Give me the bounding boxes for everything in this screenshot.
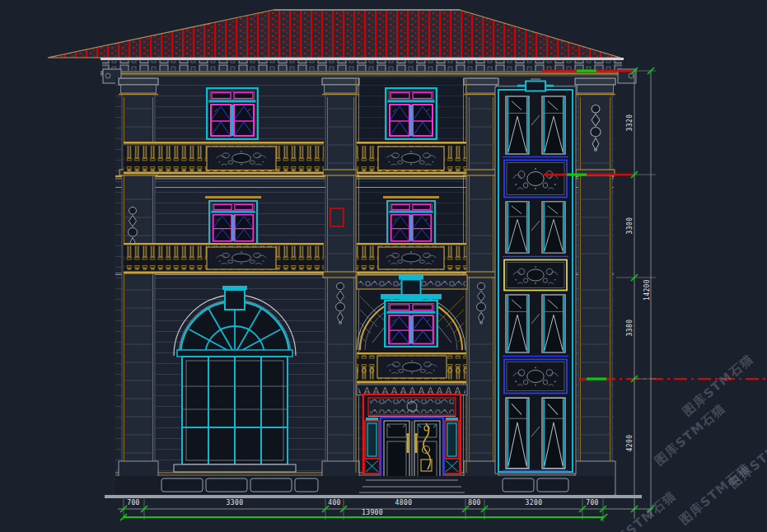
tower-panel-blue	[504, 161, 567, 198]
tower	[495, 79, 576, 474]
window-3f-center	[386, 88, 437, 139]
tower-window	[506, 96, 529, 154]
tower-panel-blue-2	[504, 360, 567, 394]
tower-window	[542, 398, 565, 469]
balcony-2f-left	[124, 243, 324, 274]
window-2f-center	[387, 201, 435, 244]
pilaster-right	[575, 78, 615, 496]
tower-window	[506, 202, 529, 253]
tower-window	[542, 202, 565, 253]
dimension-right	[616, 68, 656, 519]
cad-elevation-drawing: 700 3300 400 4800 800 3200 700 13900 332…	[0, 0, 767, 532]
facade-graphics	[0, 0, 767, 532]
dimension-bottom	[118, 499, 653, 522]
balcony-2f-center	[357, 243, 466, 274]
tower-window	[506, 398, 529, 469]
window-head-trim	[205, 196, 261, 198]
tower-cap	[526, 82, 545, 91]
tower-window	[542, 96, 565, 154]
window-1f-center	[385, 301, 437, 347]
roof	[48, 10, 620, 58]
window-3f-left	[207, 88, 258, 139]
window-head-trim	[383, 196, 439, 198]
tower-window	[542, 295, 565, 352]
pilaster-left	[119, 78, 158, 496]
balcony-3f-left	[124, 142, 324, 175]
keystone	[225, 290, 245, 310]
pilaster-mid-right	[464, 78, 498, 496]
balcony-3f-center	[357, 142, 466, 175]
window-sill	[174, 464, 296, 472]
door-pilaster-left	[364, 418, 380, 474]
pilaster-mid-left	[322, 78, 359, 496]
balcony-1f-center	[357, 352, 466, 384]
entrance-door	[363, 394, 461, 488]
ground-line	[105, 495, 642, 498]
window-2f-left	[209, 201, 257, 244]
tower-window	[506, 295, 529, 352]
tower-panel-yellow	[504, 260, 567, 291]
door-pilaster-right	[444, 418, 460, 474]
base-plinth	[115, 476, 614, 495]
leaf-frieze	[357, 385, 467, 395]
